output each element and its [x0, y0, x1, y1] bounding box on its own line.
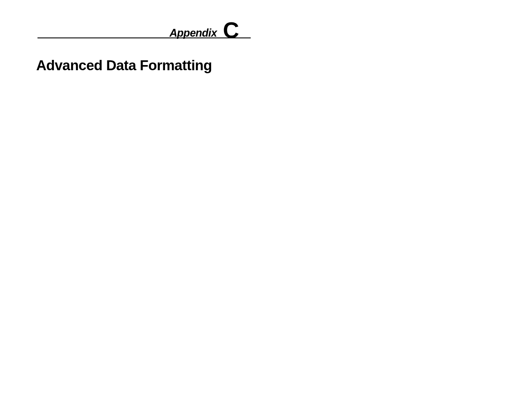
appendix-letter: C: [223, 19, 239, 41]
section-title: Advanced Data Formatting: [36, 57, 212, 74]
appendix-label: Appendix: [170, 27, 217, 39]
appendix-header: Appendix C: [37, 19, 251, 38]
